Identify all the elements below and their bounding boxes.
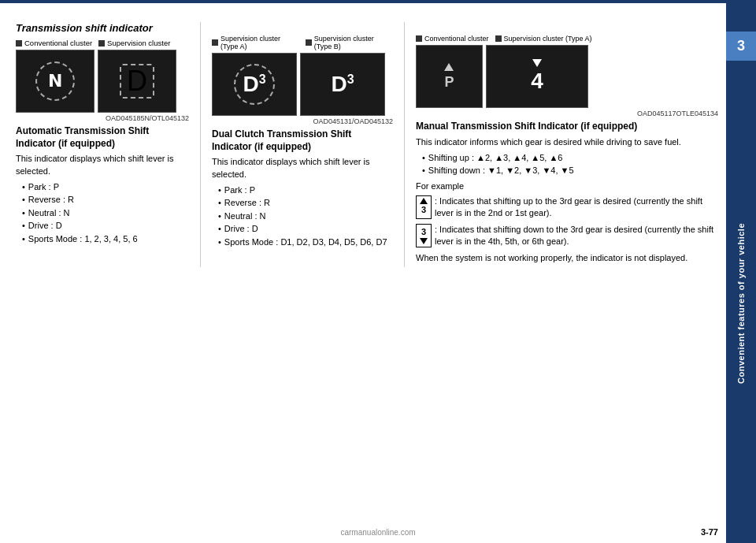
section1-bullets: •Park : P •Reverse : R •Neutral : N •Dri… (22, 180, 189, 246)
section3-shift-bullets: •Shifting up : ▲2, ▲3, ▲4, ▲5, ▲6 •Shift… (422, 151, 718, 177)
watermark: carmanualonline.com (340, 528, 415, 537)
bullet-sports: •Sports Mode : 1, 2, 3, 4, 5, 6 (22, 232, 189, 246)
s2-bullet-drive: •Drive : D (218, 222, 393, 236)
example1-gear-num: 3 (421, 204, 426, 216)
legend3-square-2 (495, 35, 502, 42)
d3-typeA: D3 (243, 72, 265, 97)
panel-conventional-auto: 𝗡 (16, 50, 94, 113)
for-example-label: For example (416, 180, 718, 192)
legend3-sup: Supervision cluster (Type A) (495, 35, 592, 43)
legend2-text-1: Supervision cluster (Type A) (220, 35, 299, 50)
legend-supervision: Supervision cluster (98, 39, 170, 47)
divider-1 (200, 22, 201, 267)
example2-gear-num: 3 (421, 226, 426, 238)
section1-panels: 𝗡 D (16, 50, 189, 113)
example2-down-arrow (420, 238, 428, 244)
section3-header: Manual Transmission Shift Indicator (if … (416, 121, 718, 133)
page-number: 3-77 (701, 527, 718, 537)
section3-footer: When the system is not working properly,… (416, 252, 718, 264)
section1-title: Transmission shift indicator (16, 22, 189, 34)
column-manual: Conventional cluster Supervision cluster… (416, 22, 718, 267)
divider-2 (404, 22, 405, 267)
section2-caption: OAD045131/OAD045132 (212, 117, 393, 125)
bullet-shift-up: •Shifting up : ▲2, ▲3, ▲4, ▲5, ▲6 (422, 151, 718, 165)
section3-caption: OAD045117OTLE045134 (416, 110, 718, 117)
top-line (0, 0, 756, 3)
d-indicator-rect: D (120, 64, 154, 99)
down-arrow-icon (532, 59, 542, 67)
s2-bullet-sports: •Sports Mode : D1, D2, D3, D4, D5, D6, D… (218, 236, 393, 249)
legend2-typeA: Supervision cluster (Type A) (212, 35, 299, 50)
example1-text: : Indicates that shifting up to the 3rd … (435, 195, 718, 219)
legend-text-2: Supervision cluster (107, 39, 170, 47)
panel-typeA: D3 (212, 53, 297, 116)
legend2-typeB: Supervision cluster (Type B) (306, 35, 393, 50)
legend-square-1 (16, 40, 22, 46)
column-automatic: Transmission shift indicator Conventiona… (16, 22, 189, 267)
dashed-circle-indicator: 𝗡 (35, 61, 75, 101)
up-arrow-icon (444, 63, 454, 71)
example2-text: : Indicates that shifting down to the 3r… (435, 224, 718, 247)
section2-panels: D3 D3 (212, 53, 393, 116)
column-dual-clutch: Supervision cluster (Type A) Supervision… (212, 22, 393, 267)
manual-sup-indicator: 4 (531, 59, 543, 94)
section1-body: This indicator displays which shift leve… (16, 153, 189, 177)
columns-layout: Transmission shift indicator Conventiona… (16, 22, 718, 267)
example1-icon-box: 3 (416, 195, 432, 219)
bullet-neutral: •Neutral : N (22, 206, 189, 220)
legend3-text-2: Supervision cluster (Type A) (504, 35, 592, 43)
legend-conventional: Conventional cluster (16, 39, 92, 47)
example1-row: 3 : Indicates that shifting up to the 3r… (416, 195, 718, 219)
section3-panels: P 4 (416, 45, 718, 108)
page-container: 3 Convenient features of your vehicle Tr… (0, 0, 756, 543)
panel-manual-conv: P (416, 45, 483, 108)
conv-gear-symbol: P (444, 74, 454, 91)
bullet-reverse: •Reverse : R (22, 193, 189, 206)
main-content: Transmission shift indicator Conventiona… (16, 16, 718, 527)
s2-bullet-park: •Park : P (218, 184, 393, 197)
section2-bullets: •Park : P •Reverse : R •Neutral : N •Dri… (218, 184, 393, 249)
example2-row: 3 : Indicates that shifting down to the … (416, 224, 718, 247)
legend-text-1: Conventional cluster (24, 39, 92, 47)
d3-typeB: D3 (331, 72, 354, 97)
example1-up-arrow (420, 198, 428, 204)
section2-legend: Supervision cluster (Type A) Supervision… (212, 35, 393, 50)
section1-caption: OAD045185N/OTL045132 (16, 114, 189, 122)
sidebar-number: 3 (726, 32, 756, 61)
section1-legend: Conventional cluster Supervision cluster (16, 39, 189, 47)
right-sidebar: 3 Convenient features of your vehicle (726, 0, 756, 543)
legend3-conv: Conventional cluster (416, 35, 489, 43)
typeA-circle: D3 (234, 64, 275, 105)
bullet-drive: •Drive : D (22, 219, 189, 232)
section3-body: This indicator informs which gear is des… (416, 136, 718, 148)
s2-bullet-reverse: •Reverse : R (218, 196, 393, 210)
section3-legend: Conventional cluster Supervision cluster… (416, 35, 718, 43)
example2-icon-box: 3 (416, 224, 432, 247)
manual-conv-indicator: P (444, 63, 454, 91)
panel-manual-sup: 4 (486, 45, 588, 108)
bullet-shift-down: •Shifting down : ▼1, ▼2, ▼3, ▼4, ▼5 (422, 164, 718, 177)
legend2-square-2 (306, 39, 312, 46)
n-icon: 𝗡 (48, 71, 62, 91)
bullet-park: •Park : P (22, 180, 189, 194)
d-indicator: D (127, 65, 147, 98)
legend2-text-2: Supervision cluster (Type B) (314, 35, 393, 50)
sup-gear-number: 4 (531, 69, 543, 94)
panel-typeB: D3 (300, 53, 385, 116)
section2-body: This indicator displays which shift leve… (212, 156, 393, 180)
legend3-square-1 (416, 35, 422, 42)
sidebar-text: Convenient features of your vehicle (736, 223, 746, 384)
panel-supervision-auto: D (98, 50, 176, 113)
legend3-text-1: Conventional cluster (424, 35, 489, 43)
legend-square-2 (98, 40, 105, 46)
section1-header: Automatic Transmission Shift Indicator (… (16, 125, 189, 150)
legend2-square-1 (212, 39, 218, 46)
section2-header: Dual Clutch Transmission Shift Indicator… (212, 128, 393, 153)
s2-bullet-neutral: •Neutral : N (218, 210, 393, 223)
